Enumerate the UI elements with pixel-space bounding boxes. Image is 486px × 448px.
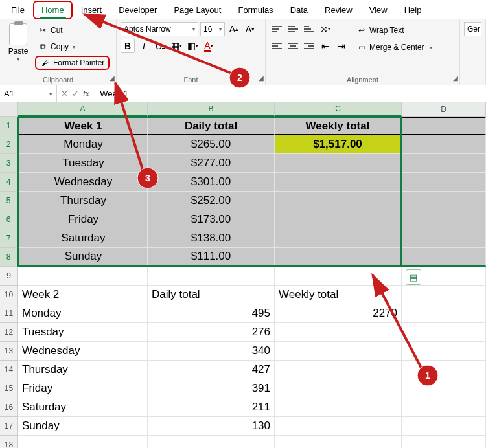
- row-header[interactable]: 12: [0, 323, 18, 342]
- cell[interactable]: [402, 154, 486, 173]
- cell[interactable]: [402, 361, 486, 379]
- row-header[interactable]: 8: [0, 248, 18, 267]
- cell[interactable]: $173.00: [148, 210, 275, 229]
- align-bottom-button[interactable]: [302, 22, 316, 36]
- cell[interactable]: [275, 248, 402, 267]
- cell[interactable]: [275, 342, 402, 361]
- increase-font-button[interactable]: A▴: [227, 22, 241, 36]
- row-header[interactable]: 10: [0, 286, 18, 304]
- row-header[interactable]: 5: [0, 192, 18, 210]
- cell[interactable]: [275, 398, 402, 417]
- cell[interactable]: Week 2: [18, 286, 148, 304]
- cell[interactable]: [402, 286, 486, 304]
- paste-button[interactable]: Paste ▾: [4, 22, 32, 62]
- cell[interactable]: 427: [148, 361, 275, 379]
- align-top-button[interactable]: [270, 22, 284, 36]
- cell[interactable]: Thursday: [18, 192, 148, 210]
- menu-item-view[interactable]: View: [361, 1, 396, 19]
- row-header[interactable]: 13: [0, 342, 18, 361]
- orientation-button[interactable]: ⤭▾: [318, 22, 332, 36]
- cell[interactable]: Wednesday: [18, 342, 148, 361]
- cell[interactable]: 2270: [275, 304, 402, 323]
- dialog-launcher-icon[interactable]: ◢: [449, 74, 458, 84]
- chevron-down-icon[interactable]: ▾: [17, 56, 20, 62]
- cell[interactable]: $277.00: [148, 154, 275, 173]
- menu-item-help[interactable]: Help: [396, 1, 430, 19]
- cell[interactable]: [402, 417, 486, 436]
- cell[interactable]: [275, 173, 402, 192]
- name-box[interactable]: A1 ▾: [0, 85, 57, 102]
- chevron-down-icon[interactable]: ▾: [430, 45, 432, 50]
- row-header[interactable]: 4: [0, 173, 18, 192]
- cell[interactable]: [275, 267, 402, 286]
- row-header[interactable]: 6: [0, 210, 18, 229]
- row-header[interactable]: 18: [0, 436, 18, 448]
- cell[interactable]: Friday: [18, 210, 148, 229]
- cell[interactable]: [402, 117, 486, 135]
- col-header-c[interactable]: C: [275, 102, 402, 117]
- cell[interactable]: $1,517.00: [275, 135, 402, 154]
- row-header[interactable]: 17: [0, 417, 18, 436]
- cell[interactable]: [402, 323, 486, 342]
- cell[interactable]: [275, 154, 402, 173]
- copy-button[interactable]: ⧉ Copy ▾: [35, 39, 110, 54]
- cell[interactable]: [275, 436, 402, 448]
- cell[interactable]: [402, 210, 486, 229]
- select-all-corner[interactable]: [0, 102, 18, 117]
- col-header-d[interactable]: D: [402, 102, 486, 117]
- menu-item-page-layout[interactable]: Page Layout: [165, 1, 229, 19]
- menu-item-review[interactable]: Review: [316, 1, 361, 19]
- cell[interactable]: [402, 398, 486, 417]
- cell[interactable]: $138.00: [148, 229, 275, 248]
- cell[interactable]: Weekly total: [275, 117, 402, 135]
- fx-icon[interactable]: fx: [83, 89, 89, 98]
- underline-button[interactable]: U▾: [153, 39, 167, 53]
- increase-indent-button[interactable]: ⇥: [334, 39, 349, 53]
- row-header[interactable]: 14: [0, 361, 18, 379]
- font-color-button[interactable]: A▾: [202, 39, 216, 53]
- wrap-text-button[interactable]: ↩ Wrap Text: [356, 23, 432, 38]
- row-header[interactable]: 3: [0, 154, 18, 173]
- cell[interactable]: [402, 342, 486, 361]
- cell[interactable]: Daily total: [148, 117, 275, 135]
- cell[interactable]: [148, 267, 275, 286]
- merge-center-button[interactable]: ▭ Merge & Center ▾: [356, 40, 432, 54]
- cell[interactable]: [148, 436, 275, 448]
- bold-button[interactable]: B: [121, 39, 135, 53]
- cell[interactable]: 130: [148, 417, 275, 436]
- number-format-select[interactable]: Ger: [464, 22, 481, 36]
- cell[interactable]: 211: [148, 398, 275, 417]
- dialog-launcher-icon[interactable]: ◢: [255, 74, 264, 84]
- cut-button[interactable]: ✂ Cut: [35, 23, 110, 38]
- accept-formula-icon[interactable]: ✓: [72, 89, 79, 98]
- border-button[interactable]: ▦▾: [169, 39, 183, 53]
- cell[interactable]: Sunday: [18, 248, 148, 267]
- cell[interactable]: Weekly total: [275, 286, 402, 304]
- cancel-formula-icon[interactable]: ✕: [61, 89, 68, 98]
- chevron-down-icon[interactable]: ▾: [49, 91, 52, 97]
- menu-item-formulas[interactable]: Formulas: [229, 1, 281, 19]
- decrease-font-button[interactable]: A▾: [243, 22, 257, 36]
- cell[interactable]: Saturday: [18, 398, 148, 417]
- chevron-down-icon[interactable]: ▾: [192, 27, 195, 32]
- cell[interactable]: 495: [148, 304, 275, 323]
- row-header[interactable]: 11: [0, 304, 18, 323]
- cell[interactable]: Wednesday: [18, 173, 148, 192]
- menu-item-home[interactable]: Home: [33, 1, 73, 19]
- cell[interactable]: [275, 192, 402, 210]
- cell[interactable]: [402, 379, 486, 398]
- cell[interactable]: 391: [148, 379, 275, 398]
- menu-item-data[interactable]: Data: [282, 1, 316, 19]
- cell[interactable]: Friday: [18, 379, 148, 398]
- cell[interactable]: $111.00: [148, 248, 275, 267]
- align-middle-button[interactable]: [286, 22, 300, 36]
- row-header[interactable]: 1: [0, 117, 18, 135]
- align-left-button[interactable]: [270, 39, 284, 53]
- cell[interactable]: [275, 229, 402, 248]
- row-header[interactable]: 9: [0, 267, 18, 286]
- cell[interactable]: $252.00: [148, 192, 275, 210]
- row-header[interactable]: 15: [0, 379, 18, 398]
- cell[interactable]: [275, 379, 402, 398]
- cell[interactable]: [275, 323, 402, 342]
- cell[interactable]: [402, 436, 486, 448]
